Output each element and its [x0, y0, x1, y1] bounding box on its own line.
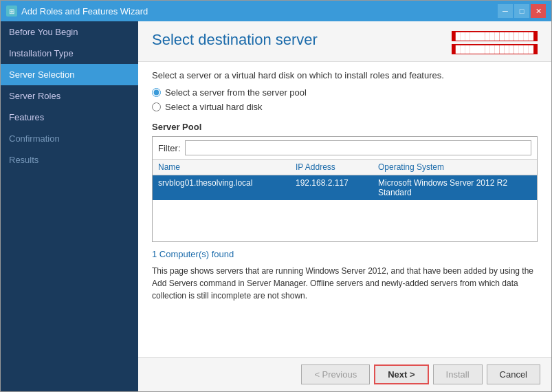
sidebar-item-installation-type[interactable]: Installation Type	[1, 43, 138, 64]
window-controls: ─ □ ✕	[498, 4, 546, 18]
redacted-info-2: ████████████████	[452, 44, 538, 54]
filter-label: Filter:	[158, 143, 181, 153]
main-header: Select destination server ██████████████…	[138, 21, 551, 62]
title-bar-left: ⊞ Add Roles and Features Wizard	[6, 6, 148, 17]
sidebar-item-features[interactable]: Features	[1, 107, 138, 128]
filter-row: Filter:	[153, 137, 537, 160]
app-icon: ⊞	[6, 6, 17, 17]
close-button[interactable]: ✕	[531, 4, 546, 18]
info-text: This page shows servers that are running…	[152, 265, 538, 302]
radio-vhd-label[interactable]: Select a virtual hard disk	[152, 102, 538, 112]
sidebar: Before You Begin Installation Type Serve…	[1, 21, 138, 391]
col-name[interactable]: Name	[158, 162, 296, 172]
sidebar-item-confirmation[interactable]: Confirmation	[1, 128, 138, 149]
main-panel: Select destination server ██████████████…	[138, 21, 551, 391]
minimize-button[interactable]: ─	[498, 4, 513, 18]
window-title: Add Roles and Features Wizard	[21, 6, 148, 17]
title-bar: ⊞ Add Roles and Features Wizard ─ □ ✕	[1, 1, 551, 21]
sidebar-item-server-roles[interactable]: Server Roles	[1, 85, 138, 107]
sidebar-item-server-selection[interactable]: Server Selection	[1, 64, 138, 85]
found-count: 1 Computer(s) found	[152, 249, 538, 259]
radio-server-pool-label[interactable]: Select a server from the server pool	[152, 87, 538, 98]
server-pool-label: Server Pool	[152, 122, 538, 132]
wizard-content: Before You Begin Installation Type Serve…	[1, 21, 551, 391]
footer: < Previous Next > Install Cancel	[138, 357, 551, 391]
main-body: Select a server or a virtual hard disk o…	[138, 62, 551, 357]
sidebar-nav: Before You Begin Installation Type Serve…	[1, 21, 138, 391]
redacted-info-1: ████████████████	[452, 31, 538, 41]
install-button[interactable]: Install	[433, 364, 483, 384]
server-os: Microsoft Windows Server 2012 R2 Standar…	[378, 178, 531, 197]
server-pool-box: Filter: Name IP Address Operating System…	[152, 136, 538, 242]
maximize-button[interactable]: □	[514, 4, 529, 18]
col-os[interactable]: Operating System	[378, 162, 531, 172]
next-button[interactable]: Next >	[374, 364, 428, 384]
sidebar-item-before-you-begin[interactable]: Before You Begin	[1, 21, 138, 43]
radio-group: Select a server from the server pool Sel…	[152, 87, 538, 112]
cancel-button[interactable]: Cancel	[487, 364, 540, 384]
col-ip[interactable]: IP Address	[296, 162, 378, 172]
pool-spacer	[153, 200, 537, 241]
server-name: srvblog01.thesolving.local	[158, 178, 296, 197]
table-row[interactable]: srvblog01.thesolving.local 192.168.2.117…	[153, 175, 537, 200]
filter-input[interactable]	[185, 140, 532, 155]
previous-button[interactable]: < Previous	[301, 364, 370, 384]
page-title: Select destination server	[152, 31, 318, 49]
sidebar-item-results[interactable]: Results	[1, 149, 138, 171]
wizard-window: ⊞ Add Roles and Features Wizard ─ □ ✕ Be…	[0, 0, 552, 392]
radio-server-pool[interactable]	[152, 88, 161, 97]
server-ip: 192.168.2.117	[296, 178, 378, 197]
table-header: Name IP Address Operating System	[153, 160, 537, 175]
instruction-text: Select a server or a virtual hard disk o…	[152, 70, 538, 80]
radio-vhd[interactable]	[152, 102, 161, 111]
